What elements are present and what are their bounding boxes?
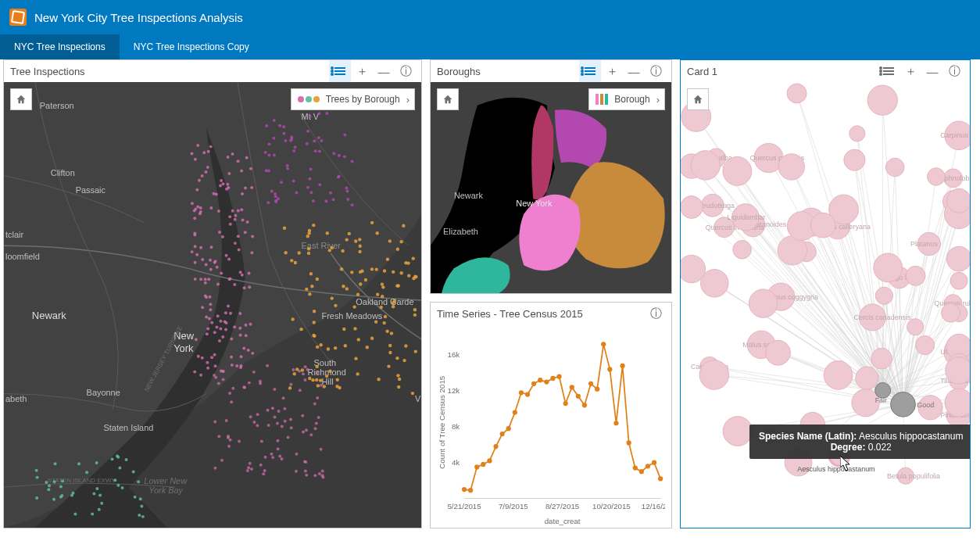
svg-point-113 (216, 283, 220, 286)
svg-point-50 (220, 179, 223, 182)
home-extent-button[interactable] (10, 88, 32, 110)
svg-point-417 (304, 470, 307, 473)
info-button[interactable]: ⓘ (645, 303, 667, 324)
svg-point-99 (243, 286, 246, 289)
svg-point-680 (824, 361, 853, 390)
svg-point-30 (235, 364, 238, 367)
svg-point-442 (59, 485, 63, 488)
chart-canvas[interactable]: Count of Tree Census 2015 date_creat 4k8… (431, 324, 671, 528)
svg-point-399 (321, 469, 324, 472)
svg-point-401 (250, 468, 253, 471)
info-button[interactable]: ⓘ (645, 60, 667, 82)
svg-text:8k: 8k (452, 422, 460, 431)
svg-point-686 (787, 84, 807, 103)
legend-button[interactable] (329, 60, 351, 82)
svg-point-354 (313, 474, 317, 477)
svg-point-498 (513, 410, 517, 414)
svg-point-279 (307, 252, 310, 255)
svg-point-84 (238, 249, 241, 252)
layer-legend-chip[interactable]: Borough › (588, 88, 665, 110)
add-button[interactable]: ＋ (900, 60, 921, 82)
svg-point-200 (308, 377, 311, 380)
svg-point-182 (370, 221, 374, 224)
svg-point-494 (487, 458, 492, 463)
svg-point-514 (613, 421, 618, 425)
svg-point-86 (195, 188, 199, 192)
card-tools: ＋ — ⓘ (878, 60, 965, 82)
svg-point-82 (221, 235, 224, 238)
svg-text:Count of Tree Census 2015: Count of Tree Census 2015 (438, 376, 446, 469)
svg-point-452 (98, 493, 102, 496)
minimize-button[interactable]: — (623, 60, 645, 82)
layer-legend-chip[interactable]: Trees by Borough › (291, 88, 415, 110)
card-header: Tree Inspections ＋ — ⓘ (4, 60, 421, 82)
svg-text:12/16/2015: 12/16/2015 (642, 502, 665, 511)
add-button[interactable]: ＋ (601, 60, 623, 82)
svg-point-414 (273, 388, 276, 391)
svg-point-27 (227, 156, 230, 159)
svg-point-461 (77, 462, 80, 465)
svg-point-119 (201, 306, 204, 309)
minimize-button[interactable]: — (373, 60, 395, 82)
svg-point-508 (576, 394, 581, 399)
svg-point-301 (278, 124, 281, 127)
card-title: Boroughs (437, 66, 481, 77)
svg-point-283 (413, 275, 417, 278)
map-canvas[interactable]: Paterson Clifton Passaic tclair loomfiel… (4, 82, 421, 528)
info-button[interactable]: ⓘ (395, 60, 417, 82)
svg-point-112 (210, 245, 213, 249)
svg-point-513 (607, 367, 612, 371)
add-button[interactable]: ＋ (351, 60, 373, 82)
svg-point-272 (412, 256, 415, 260)
svg-point-722 (947, 188, 970, 213)
svg-point-144 (193, 231, 196, 235)
svg-point-126 (241, 219, 245, 222)
svg-point-425 (287, 436, 290, 439)
svg-point-31 (251, 352, 254, 355)
svg-point-379 (303, 378, 306, 382)
svg-point-141 (213, 261, 216, 264)
info-button[interactable]: ⓘ (943, 60, 965, 82)
minimize-button[interactable]: — (921, 60, 943, 82)
svg-point-217 (402, 359, 406, 362)
svg-point-472 (100, 502, 103, 505)
svg-point-408 (317, 416, 320, 419)
legend-button[interactable] (579, 60, 601, 82)
legend-button[interactable] (878, 60, 900, 82)
svg-point-210 (350, 270, 353, 274)
home-extent-button[interactable] (687, 88, 709, 110)
svg-point-248 (397, 284, 400, 287)
svg-point-407 (247, 466, 250, 469)
svg-point-302 (332, 152, 335, 155)
svg-point-443 (111, 457, 114, 460)
svg-point-56 (228, 215, 231, 218)
svg-point-158 (209, 206, 213, 210)
svg-point-101 (199, 210, 202, 213)
svg-point-187 (399, 240, 402, 243)
svg-point-59 (191, 152, 194, 156)
svg-point-226 (283, 227, 286, 230)
svg-point-245 (290, 259, 293, 262)
svg-point-321 (284, 139, 287, 142)
svg-point-463 (48, 484, 51, 487)
svg-point-309 (332, 198, 335, 201)
tab-nyc-tree-inspections[interactable]: NYC Tree Inspections (0, 34, 120, 59)
svg-point-340 (308, 177, 311, 181)
svg-point-103 (221, 335, 224, 339)
svg-point-286 (264, 151, 267, 154)
svg-point-167 (396, 248, 399, 251)
svg-point-418 (264, 456, 267, 459)
svg-point-723 (810, 213, 835, 238)
svg-point-402 (260, 439, 263, 442)
svg-text:16k: 16k (448, 350, 460, 359)
svg-point-115 (205, 315, 208, 318)
svg-point-465 (95, 487, 98, 490)
tab-nyc-tree-inspections-copy[interactable]: NYC Tree Inspections Copy (120, 34, 263, 59)
home-extent-button[interactable] (437, 88, 459, 110)
svg-point-109 (207, 278, 210, 281)
svg-point-712 (856, 367, 878, 389)
link-chart-canvas[interactable]: Acer platanoidesQuercus palustrisTilia c… (681, 82, 970, 528)
svg-point-114 (241, 192, 244, 195)
svg-point-132 (227, 257, 231, 260)
map-canvas[interactable]: Newark Elizabeth New York Borough › (431, 82, 671, 293)
